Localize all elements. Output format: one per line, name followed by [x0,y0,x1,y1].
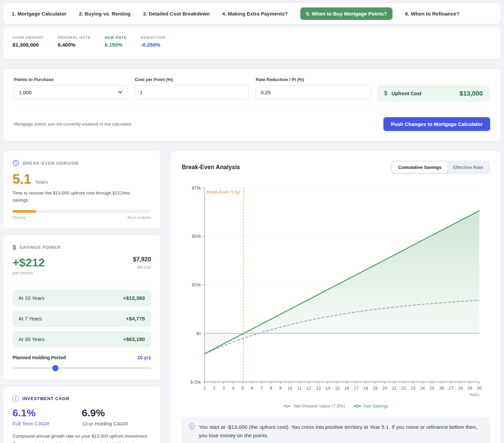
chart-view-toggle: Cumulative Savings Effective Rate [391,160,490,174]
monthly-savings-unit: per month [12,270,45,276]
holding-cagr: 6.9% 10-yr Holding CAGR [82,407,151,426]
tab-buying-vs-renting[interactable]: 2. Buying vs. Renting [79,11,131,17]
card-heading: INVESTMENT CAGR [22,396,69,401]
svg-text:28: 28 [458,386,463,391]
break-even-description: Time to recover the $13,000 upfront cost… [12,190,144,204]
points-controls-panel: Points to Purchase 1.000 Cost per Point … [3,69,501,141]
row-label: At 10 Years [19,295,45,301]
svg-text:20: 20 [382,386,387,391]
divider [14,111,490,111]
svg-text:7: 7 [260,386,263,391]
svg-text:4: 4 [232,386,234,391]
monthly-savings-value: +$212 [12,256,45,269]
svg-text:25: 25 [430,386,434,391]
toggle-cumulative-savings[interactable]: Cumulative Savings [392,162,447,173]
svg-text:9: 9 [279,386,282,391]
break-even-years-unit: Years [35,179,48,185]
svg-text:23: 23 [411,386,415,391]
stat-value: -0.250% [141,42,166,48]
tab-detailed-cost-breakdown[interactable]: 3. Detailed Cost Breakdown [143,11,210,17]
svg-text:$0: $0 [196,331,201,336]
divider [12,282,151,283]
full-term-cagr-label: Full Term CAGR [12,421,82,426]
svg-text:$25k: $25k [192,283,201,287]
holding-period-label: Planned Holding Period [12,355,66,360]
cost-per-point-label: Cost per Point (%) [135,77,249,82]
svg-text:$-25k: $-25k [191,380,201,385]
tab-when-to-refinance[interactable]: 6. When to Refinance? [405,11,459,17]
row-label: At 30 Years [19,336,45,342]
svg-text:12: 12 [306,386,311,391]
chart-legend: Net Present Value (7.5%)Net Savings [182,403,490,409]
holding-period-slider[interactable] [12,365,151,371]
tab-when-to-buy-mortgage-points[interactable]: 5. When to Buy Mortgage Points? [300,7,393,20]
tab-mortgage-calculator[interactable]: 1. Mortgage Calculator [12,11,67,17]
savings-row-30-years: At 30 Years +$63,180 [12,331,151,347]
break-even-chart: $75k$50k$25k$0$-25k123456789101112131415… [182,183,490,402]
row-label: At 7 Years [19,316,42,321]
savings-row-10-years: At 10 Years +$12,393 [12,290,151,306]
info-icon: i [189,423,195,429]
legend-marker-icon [354,406,361,407]
svg-text:14: 14 [325,386,330,391]
svg-text:3: 3 [223,386,225,391]
svg-text:2: 2 [213,386,216,391]
stat-label: LOAN AMOUNT [12,35,44,40]
slider-thumb[interactable] [52,365,58,371]
points-to-purchase-label: Points to Purchase [14,77,128,82]
holding-cagr-label: 10-yr Holding CAGR [82,421,151,426]
svg-text:24: 24 [420,386,425,391]
svg-text:10: 10 [287,386,292,391]
rate-reduction-field: Rate Reduction / Pt (%) [256,77,371,102]
svg-text:11: 11 [297,386,302,391]
info-icon: i [12,395,19,402]
holding-period-value: 10 yrs [137,355,151,360]
svg-text:$50k: $50k [192,234,201,239]
break-even-horizon-card: BREAK-EVEN HORIZON 5.1 Years Time to rec… [3,151,161,229]
loan-stats-strip: LOAN AMOUNT $1,300,000 ORIGINAL RATE 6.4… [3,27,501,59]
push-changes-button[interactable]: Push Changes to Mortgage Calculator [383,117,490,131]
points-disabled-note: Mortgage points are not currently enable… [14,122,132,127]
cost-per-point-input[interactable] [135,85,249,99]
chart-info-note: i You start at -$13,000 (the upfront cos… [182,417,490,443]
clock-icon [12,160,19,166]
stat-loan-amount: LOAN AMOUNT $1,300,000 [12,35,44,48]
legend-marker-icon [283,406,291,407]
svg-text:13: 13 [316,386,321,391]
svg-text:Years: Years [469,392,479,397]
old-payment-value: $8,132 [133,265,151,270]
break-even-progress-bar [12,210,151,213]
break-even-years-value: 5.1 [12,172,31,187]
svg-text:8: 8 [270,386,272,391]
svg-text:1: 1 [204,386,206,391]
svg-text:16: 16 [345,386,349,391]
upfront-cost-label: Upfront Cost [392,91,459,96]
stat-original-rate: ORIGINAL RATE 6.400% [58,35,91,48]
tab-making-extra-payments[interactable]: 4. Making Extra Payments? [222,11,288,17]
break-even-analysis-card: Break-Even Analysis Cumulative Savings E… [171,151,501,443]
stat-value: 6.400% [58,42,91,48]
row-value: +$12,393 [123,295,145,301]
legend-label: Net Present Value (7.5%) [294,403,345,409]
svg-text:6: 6 [251,386,253,391]
rate-reduction-label: Rate Reduction / Pt (%) [256,77,371,82]
progress-start-label: Closing [12,215,25,219]
cost-per-point-field: Cost per Point (%) [135,77,249,102]
row-value: +$4,775 [126,316,145,322]
slider-track[interactable] [12,367,151,369]
points-to-purchase-select[interactable]: 1.000 [14,85,128,99]
legend-label: Net Savings [364,403,388,409]
progress-end-label: 30-yr maturity [127,215,151,219]
progress-fill [12,210,36,213]
dollar-icon: $ [12,244,16,251]
cagr-description: Compound annual growth rate on your $13,… [12,433,151,443]
svg-text:30: 30 [477,386,482,391]
investment-cagr-card: i INVESTMENT CAGR 6.1% Full Term CAGR 6.… [3,386,161,443]
tab-bar: 1. Mortgage Calculator 2. Buying vs. Ren… [3,3,501,24]
toggle-effective-rate[interactable]: Effective Rate [447,162,489,173]
rate-reduction-input[interactable] [256,85,371,99]
card-heading: SAVINGS POWER [20,245,61,250]
card-heading: BREAK-EVEN HORIZON [23,161,79,166]
stat-value: $1,300,000 [12,42,44,48]
chevron-down-icon [118,89,123,95]
